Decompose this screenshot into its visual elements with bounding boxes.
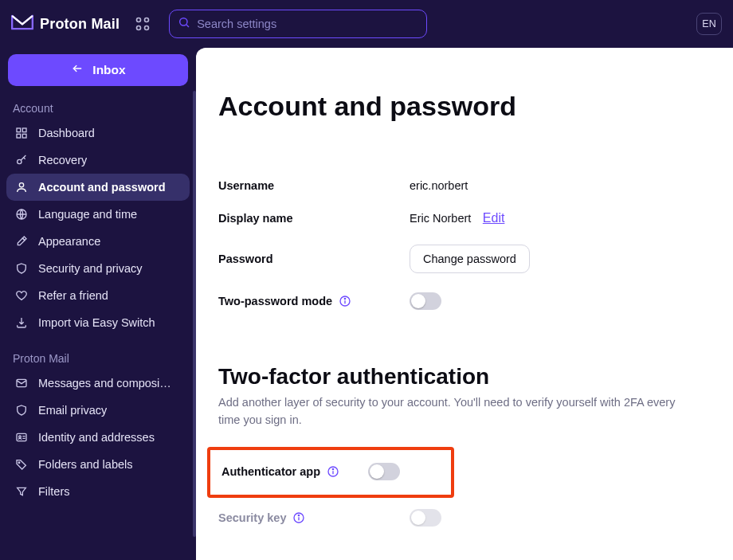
key-icon (14, 154, 29, 166)
password-label: Password (218, 253, 410, 265)
filter-icon (14, 485, 29, 498)
sidebar-item-recovery[interactable]: Recovery (6, 147, 190, 174)
search-field[interactable] (169, 10, 427, 38)
arrow-left-icon (70, 63, 84, 77)
svg-point-1 (145, 18, 149, 22)
info-icon[interactable] (327, 465, 339, 478)
svg-point-17 (18, 462, 20, 464)
back-label: Inbox (92, 63, 125, 77)
row-security-key: Security key (218, 509, 684, 527)
svg-point-16 (19, 436, 22, 438)
two-password-toggle[interactable] (410, 292, 441, 310)
sidebar-item-refer[interactable]: Refer a friend (6, 282, 190, 309)
display-name-value: Eric Norbert (410, 212, 471, 225)
mail-icon (14, 377, 29, 390)
sidebar-item-label: Recovery (38, 154, 87, 166)
info-icon[interactable] (339, 295, 351, 307)
sidebar-item-label: Import via Easy Switch (38, 316, 155, 329)
topbar: Proton Mail EN (0, 0, 733, 48)
sidebar-item-language-time[interactable]: Language and time (6, 201, 190, 228)
sidebar-item-appearance[interactable]: Appearance (6, 228, 190, 255)
svg-point-12 (19, 183, 23, 187)
sidebar-item-security-privacy[interactable]: Security and privacy (6, 255, 190, 282)
sidebar-item-label: Language and time (38, 208, 137, 221)
two-password-label: Two-password mode (218, 295, 410, 307)
username-label: Username (218, 179, 410, 192)
display-name-label: Display name (218, 212, 410, 225)
row-two-password: Two-password mode (218, 292, 684, 310)
sidebar: Inbox Account Dashboard Recovery Account… (0, 48, 196, 560)
shield-icon (14, 262, 29, 275)
sidebar-item-label: Account and password (38, 181, 166, 194)
sidebar-item-label: Appearance (38, 235, 100, 248)
authenticator-highlight: Authenticator app (207, 447, 454, 498)
id-card-icon (14, 431, 29, 444)
edit-display-name-link[interactable]: Edit (483, 211, 505, 225)
tfa-heading: Two-factor authentication (218, 364, 684, 390)
svg-point-4 (180, 18, 187, 25)
tfa-subtext: Add another layer of security to your ac… (218, 394, 684, 429)
info-icon[interactable] (292, 511, 305, 524)
security-key-label: Security key (218, 511, 410, 524)
svg-point-20 (344, 298, 345, 299)
main-content: Account and password Username eric.norbe… (196, 48, 733, 560)
svg-rect-15 (17, 433, 26, 441)
import-icon (14, 316, 29, 329)
brand-name: Proton Mail (40, 16, 120, 33)
search-input[interactable] (197, 18, 418, 30)
row-username: Username eric.norbert (218, 179, 684, 192)
search-icon (178, 16, 190, 32)
svg-rect-9 (17, 134, 21, 138)
shield-icon (14, 404, 29, 417)
sidebar-item-import[interactable]: Import via Easy Switch (6, 309, 190, 336)
sidebar-item-filters[interactable]: Filters (6, 478, 190, 505)
svg-point-0 (137, 18, 141, 22)
authenticator-toggle[interactable] (368, 463, 400, 480)
brand[interactable]: Proton Mail (11, 14, 120, 34)
svg-point-26 (299, 515, 300, 515)
back-to-inbox-button[interactable]: Inbox (8, 54, 188, 86)
section-mail: Proton Mail (13, 352, 183, 365)
sidebar-item-label: Folders and labels (38, 458, 133, 471)
sidebar-item-label: Refer a friend (38, 289, 108, 302)
username-value: eric.norbert (410, 179, 468, 192)
sidebar-item-account-password[interactable]: Account and password (6, 174, 190, 201)
svg-rect-10 (22, 134, 26, 138)
svg-line-5 (186, 25, 189, 27)
grid-icon (14, 127, 29, 139)
user-icon (14, 181, 29, 194)
proton-logo-icon (11, 14, 33, 34)
language-button[interactable]: EN (696, 13, 722, 35)
svg-point-3 (145, 26, 149, 30)
app-switcher-icon[interactable] (132, 14, 153, 34)
sidebar-item-label: Messages and composi… (38, 377, 171, 390)
svg-rect-8 (22, 128, 26, 132)
svg-point-23 (332, 468, 333, 469)
sidebar-item-label: Dashboard (38, 127, 95, 139)
language-label: EN (702, 18, 715, 29)
sidebar-item-label: Filters (38, 485, 69, 498)
sidebar-item-dashboard[interactable]: Dashboard (6, 119, 190, 147)
sidebar-item-label: Email privacy (38, 404, 107, 417)
sidebar-item-label: Identity and addresses (38, 431, 155, 444)
section-account: Account (13, 102, 183, 115)
tag-icon (14, 458, 29, 471)
sidebar-item-email-privacy[interactable]: Email privacy (6, 397, 190, 424)
row-display-name: Display name Eric Norbert Edit (218, 211, 684, 225)
sidebar-item-folders[interactable]: Folders and labels (6, 451, 190, 478)
security-key-toggle[interactable] (410, 509, 441, 527)
heart-icon (14, 289, 29, 302)
svg-point-2 (137, 26, 141, 30)
sidebar-item-identity[interactable]: Identity and addresses (6, 424, 190, 451)
change-password-button[interactable]: Change password (410, 245, 530, 273)
row-password: Password Change password (218, 245, 684, 273)
svg-rect-7 (17, 128, 21, 132)
page-title: Account and password (218, 91, 684, 122)
authenticator-label: Authenticator app (221, 465, 368, 478)
globe-icon (14, 208, 29, 221)
brush-icon (14, 235, 29, 248)
sidebar-item-messages[interactable]: Messages and composi… (6, 370, 190, 397)
svg-point-11 (18, 159, 22, 163)
sidebar-item-label: Security and privacy (38, 262, 143, 275)
